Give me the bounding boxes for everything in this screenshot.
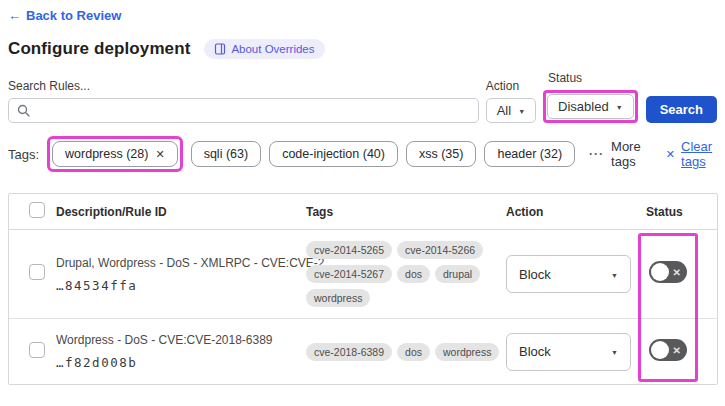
rule-description-cell: Wordpress - DoS - CVE:CVE-2018-6389 …f82… [56, 333, 306, 370]
more-tags-button[interactable]: ··· More tags [589, 139, 644, 169]
rules-table: Description/Rule ID Tags Action Status D… [8, 193, 718, 385]
tag-filter-xss[interactable]: xss (35) [406, 141, 476, 167]
chevron-down-icon: ▼ [611, 271, 618, 278]
chevron-down-icon: ▼ [616, 104, 623, 111]
rule-tag: cve-2014-5266 [397, 241, 483, 259]
status-toggle[interactable]: ✕ [649, 339, 687, 361]
toggle-knob [651, 263, 669, 281]
action-select[interactable]: Block ▼ [506, 255, 631, 293]
search-input[interactable] [36, 99, 470, 122]
back-to-review-link[interactable]: ← Back to Review [8, 8, 121, 23]
rule-id: …f82d008b [56, 355, 298, 370]
rule-tag: cve-2014-5267 [306, 265, 392, 283]
tag-filter-code-injection[interactable]: code-injection (40) [269, 141, 398, 167]
search-rules-label: Search Rules... [8, 79, 479, 93]
chevron-down-icon: ▼ [611, 349, 618, 356]
tag-filter-sqli[interactable]: sqli (63) [191, 141, 261, 167]
rule-tag: cve-2014-5265 [306, 241, 392, 259]
action-dropdown[interactable]: All ▼ [486, 98, 536, 123]
back-arrow-icon: ← [8, 8, 21, 23]
rule-tag: wordpress [306, 289, 370, 307]
table-header-row: Description/Rule ID Tags Action Status [9, 194, 717, 230]
remove-tag-icon[interactable]: ✕ [155, 148, 164, 161]
tag-filter-label: wordpress (28) [65, 147, 148, 161]
status-dropdown-value: Disabled [558, 99, 609, 114]
about-badge-label: About Overrides [231, 43, 314, 55]
row-checkbox[interactable] [29, 264, 45, 280]
table-row: Wordpress - DoS - CVE:CVE-2018-6389 …f82… [9, 318, 717, 384]
status-label: Status [548, 71, 638, 85]
row-checkbox[interactable] [29, 342, 45, 358]
action-filter: Action All ▼ [486, 79, 536, 123]
rule-description: Drupal, Wordpress - DoS - XMLRPC - CVE:C… [56, 256, 298, 270]
rule-description: Wordpress - DoS - CVE:CVE-2018-6389 [56, 333, 298, 347]
action-select-value: Block [519, 344, 551, 359]
column-header-description: Description/Rule ID [56, 205, 306, 219]
back-link-label: Back to Review [26, 8, 121, 23]
tags-bar: Tags: wordpress (28) ✕ sqli (63) code-in… [8, 136, 717, 172]
action-label: Action [486, 79, 536, 93]
chevron-down-icon: ▼ [518, 108, 525, 115]
tags-bar-label: Tags: [8, 147, 39, 162]
column-header-status: Status [646, 205, 717, 219]
rule-description-cell: Drupal, Wordpress - DoS - XMLRPC - CVE:C… [56, 256, 306, 293]
rule-tag: dos [397, 343, 430, 361]
search-button[interactable]: Search [646, 96, 717, 123]
rule-tags-cell: cve-2018-6389 dos wordpress [306, 343, 506, 361]
column-header-action: Action [506, 205, 646, 219]
search-rules-field: Search Rules... [8, 79, 479, 123]
status-filter: Status Disabled ▼ [543, 71, 638, 123]
rule-tag: wordpress [435, 343, 499, 361]
ellipsis-icon: ··· [589, 147, 604, 161]
more-tags-label: More tags [611, 139, 644, 169]
rule-id: …84534ffa [56, 278, 298, 293]
annotation-highlight-status-dropdown: Disabled ▼ [543, 90, 638, 123]
status-dropdown[interactable]: Disabled ▼ [547, 94, 634, 119]
rule-tags-cell: cve-2014-5265 cve-2014-5266 cve-2014-526… [306, 241, 506, 307]
rule-tag: drupal [435, 265, 480, 283]
rule-tag: dos [397, 265, 430, 283]
select-all-checkbox[interactable] [29, 202, 45, 218]
book-icon [214, 43, 226, 55]
column-header-tags: Tags [306, 205, 506, 219]
action-select-value: Block [519, 267, 551, 282]
status-toggle[interactable]: ✕ [649, 261, 687, 283]
table-row: Drupal, Wordpress - DoS - XMLRPC - CVE:C… [9, 230, 717, 318]
annotation-highlight-wordpress-tag: wordpress (28) ✕ [47, 136, 183, 172]
toggle-off-icon: ✕ [673, 344, 681, 355]
search-icon [17, 104, 30, 117]
action-select[interactable]: Block ▼ [506, 333, 631, 371]
rule-tag: cve-2018-6389 [306, 343, 392, 361]
filter-row: Search Rules... Action All ▼ Status Disa… [8, 71, 717, 123]
search-box[interactable] [8, 98, 479, 123]
clear-tags-button[interactable]: ✕ Clear tags [666, 139, 717, 169]
tag-filter-wordpress[interactable]: wordpress (28) ✕ [52, 141, 178, 167]
action-dropdown-value: All [497, 103, 511, 118]
toggle-off-icon: ✕ [673, 267, 681, 278]
tag-filter-header[interactable]: header (32) [484, 141, 575, 167]
configure-deployment-page: ← Back to Review Configure deployment Ab… [0, 0, 725, 406]
about-overrides-badge[interactable]: About Overrides [204, 39, 324, 59]
title-row: Configure deployment About Overrides [8, 39, 717, 59]
clear-tags-label: Clear tags [681, 139, 717, 169]
toggle-knob [651, 341, 669, 359]
close-icon: ✕ [666, 148, 675, 161]
page-title: Configure deployment [8, 39, 190, 59]
